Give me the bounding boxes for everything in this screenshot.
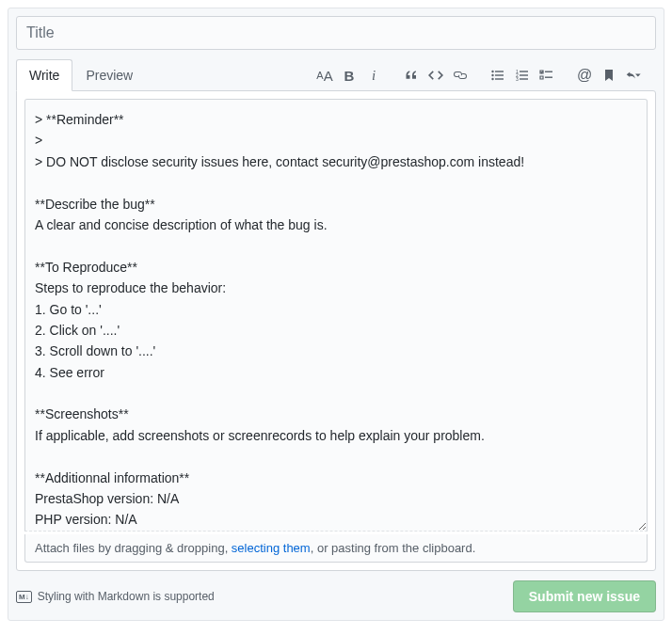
svg-point-0 <box>491 71 493 72</box>
markdown-hint[interactable]: M↓ Styling with Markdown is supported <box>16 590 215 603</box>
title-input[interactable] <box>16 16 656 50</box>
toolbar-group-text: AA B i <box>308 64 391 87</box>
svg-rect-4 <box>495 74 504 75</box>
svg-text:3: 3 <box>516 76 519 82</box>
mention-button[interactable]: @ <box>573 64 596 87</box>
submit-new-issue-button[interactable]: Submit new issue <box>513 580 656 612</box>
chevron-down-icon <box>635 71 641 79</box>
toolbar-group-block <box>394 64 477 87</box>
markdown-icon: M↓ <box>16 591 32 603</box>
attach-hint-before: Attach files by dragging & dropping, <box>35 541 232 555</box>
svg-point-2 <box>491 78 493 80</box>
comment-body-textarea[interactable] <box>24 99 648 532</box>
attach-hint[interactable]: Attach files by dragging & dropping, sel… <box>24 534 648 563</box>
editor-box: Attach files by dragging & dropping, sel… <box>16 90 656 571</box>
attach-hint-after: , or pasting from the clipboard. <box>311 541 476 555</box>
reference-button[interactable] <box>598 64 620 87</box>
saved-replies-button[interactable] <box>622 64 645 87</box>
form-footer: M↓ Styling with Markdown is supported Su… <box>16 580 656 612</box>
list-ul-icon <box>490 68 505 83</box>
link-icon <box>453 68 468 83</box>
ul-button[interactable] <box>487 64 509 87</box>
ol-button[interactable]: 123 <box>511 64 534 87</box>
code-icon <box>428 68 443 83</box>
heading-button[interactable]: AA <box>313 64 336 87</box>
svg-rect-3 <box>495 71 504 71</box>
svg-rect-9 <box>520 71 528 71</box>
svg-point-1 <box>491 74 493 76</box>
quote-icon <box>404 68 419 83</box>
editor-tabs: Write Preview <box>16 59 146 91</box>
mention-icon: @ <box>577 67 592 84</box>
bold-icon: B <box>344 68 355 84</box>
list-ol-icon: 123 <box>515 68 530 83</box>
svg-rect-13 <box>545 77 552 78</box>
heading-icon-large: A <box>324 68 333 84</box>
italic-button[interactable]: i <box>362 64 385 87</box>
quote-button[interactable] <box>400 64 423 87</box>
toolbar-group-list: 123 <box>481 64 564 87</box>
code-button[interactable] <box>424 64 447 87</box>
tab-write[interactable]: Write <box>16 59 72 91</box>
italic-icon: i <box>372 68 376 84</box>
editor-toolbar: AA B i <box>308 64 656 87</box>
svg-rect-11 <box>520 78 528 79</box>
toolbar-group-insert: @ <box>568 64 650 87</box>
svg-rect-10 <box>520 74 528 75</box>
editor-tabs-bar: Write Preview AA B i <box>16 59 656 91</box>
svg-rect-5 <box>495 78 504 79</box>
tab-preview[interactable]: Preview <box>72 59 146 91</box>
link-button[interactable] <box>449 64 472 87</box>
heading-icon: A <box>316 70 323 81</box>
markdown-hint-text: Styling with Markdown is supported <box>38 590 215 603</box>
bookmark-icon <box>601 68 616 83</box>
attach-select-link[interactable]: selecting them <box>232 541 311 555</box>
tasklist-icon <box>539 68 554 83</box>
bold-button[interactable]: B <box>338 64 360 87</box>
issue-form: Write Preview AA B i <box>8 8 664 621</box>
tasklist-button[interactable] <box>536 64 558 87</box>
svg-rect-12 <box>545 71 552 72</box>
